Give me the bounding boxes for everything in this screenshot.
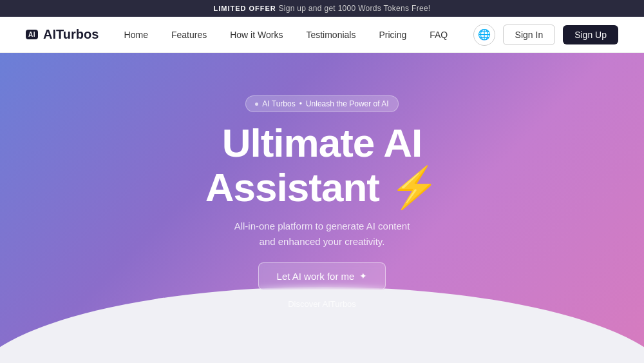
globe-icon: 🌐	[478, 28, 491, 41]
hero-subtitle: All-in-one platform to generate AI conte…	[234, 219, 410, 250]
hero-badge: AI Turbos • Unleash the Power of AI	[245, 95, 398, 112]
badge-tagline: Unleash the Power of AI	[306, 99, 389, 108]
hero-title-line2: Assistant	[205, 165, 379, 210]
hero-title: Ultimate AI Assistant ⚡	[205, 121, 439, 209]
nav-item-testimonials[interactable]: Testimonials	[306, 30, 355, 40]
cta-icon: ✦	[359, 271, 367, 281]
banner-offer-label: LIMITED OFFER	[213, 5, 276, 12]
badge-separator: •	[299, 99, 302, 108]
hero-content: AI Turbos • Unleash the Power of AI Ulti…	[205, 95, 439, 308]
nav-actions: 🌐 Sign In Sign Up	[473, 24, 618, 46]
nav-item-faq[interactable]: FAQ	[430, 30, 448, 40]
subtitle-line1: All-in-one platform to generate AI conte…	[234, 221, 410, 231]
nav-item-home[interactable]: Home	[124, 30, 148, 40]
badge-brand: AI Turbos	[262, 99, 295, 108]
logo-badge: AI	[26, 30, 38, 39]
nav-item-pricing[interactable]: Pricing	[379, 30, 406, 40]
lightning-icon: ⚡	[390, 165, 439, 210]
hero-section: AI Turbos • Unleash the Power of AI Ulti…	[0, 53, 644, 351]
nav-links: Home Features How it Works Testimonials …	[124, 29, 448, 41]
language-button[interactable]: 🌐	[473, 24, 495, 46]
nav-item-how-it-works[interactable]: How it Works	[230, 30, 283, 40]
badge-dot	[255, 103, 258, 106]
cta-label: Let AI work for me	[277, 271, 355, 282]
banner-offer-text: Sign up and get 1000 Words Tokens Free!	[278, 4, 430, 13]
sign-in-button[interactable]: Sign In	[503, 25, 556, 45]
top-banner: LIMITED OFFER Sign up and get 1000 Words…	[0, 0, 644, 17]
subtitle-line2: and enhanced your creativity.	[260, 236, 385, 247]
sign-up-button[interactable]: Sign Up	[563, 25, 618, 44]
nav-item-features[interactable]: Features	[171, 30, 207, 40]
hero-cta-group: Let AI work for me ✦ Discover AITurbos	[258, 262, 386, 309]
hero-title-line1: Ultimate AI	[222, 121, 422, 165]
logo-text: AITurbos	[43, 27, 99, 42]
discover-link[interactable]: Discover AITurbos	[288, 299, 356, 309]
logo-link[interactable]: AI AITurbos	[26, 27, 99, 42]
navbar: AI AITurbos Home Features How it Works T…	[0, 17, 644, 53]
cta-button[interactable]: Let AI work for me ✦	[258, 262, 386, 290]
